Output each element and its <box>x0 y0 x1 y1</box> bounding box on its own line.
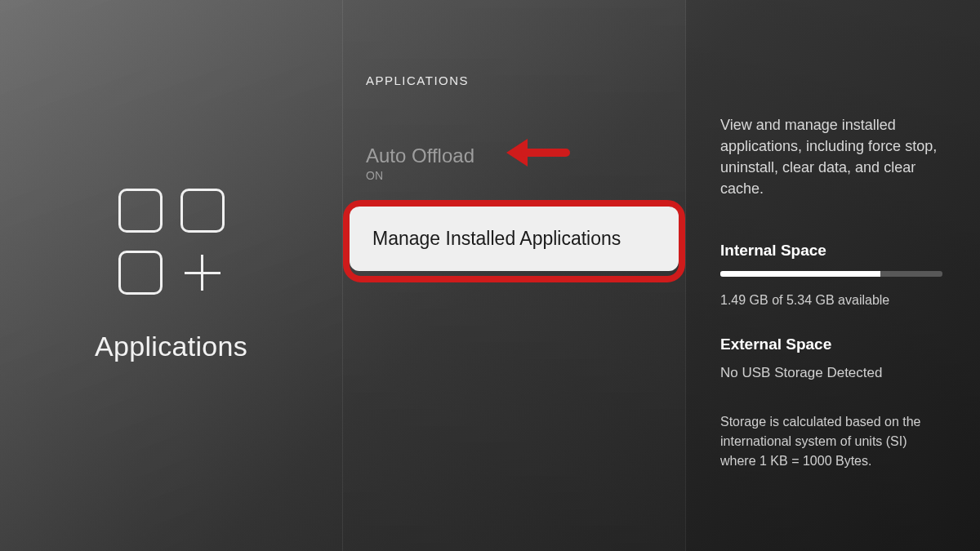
menu-item-label: Manage Installed Applications <box>372 228 656 250</box>
menu-item-auto-offload[interactable]: Auto Offload ON <box>343 144 685 182</box>
external-space-status: No USB Storage Detected <box>720 365 942 381</box>
left-panel: Applications <box>0 0 343 551</box>
external-space-title: External Space <box>720 335 942 353</box>
annotation-highlight-box: Manage Installed Applications <box>343 200 685 282</box>
detail-description: View and manage installed applications, … <box>720 114 942 199</box>
menu-item-manage-installed-applications[interactable]: Manage Installed Applications <box>350 207 679 271</box>
internal-space-summary: 1.49 GB of 5.34 GB available <box>720 293 942 308</box>
internal-space-bar-fill <box>720 271 880 277</box>
menu-item-sub: ON <box>366 169 662 182</box>
applications-grid-icon <box>118 189 225 295</box>
internal-space-bar <box>720 271 942 277</box>
left-panel-title: Applications <box>95 331 247 362</box>
middle-heading: APPLICATIONS <box>343 73 685 87</box>
middle-panel: APPLICATIONS Auto Offload ON Manage Inst… <box>343 0 686 551</box>
internal-space-title: Internal Space <box>720 242 942 260</box>
right-panel: View and manage installed applications, … <box>686 0 980 551</box>
menu-item-label: Auto Offload <box>366 144 662 167</box>
storage-footnote: Storage is calculated based on the inter… <box>720 412 942 471</box>
